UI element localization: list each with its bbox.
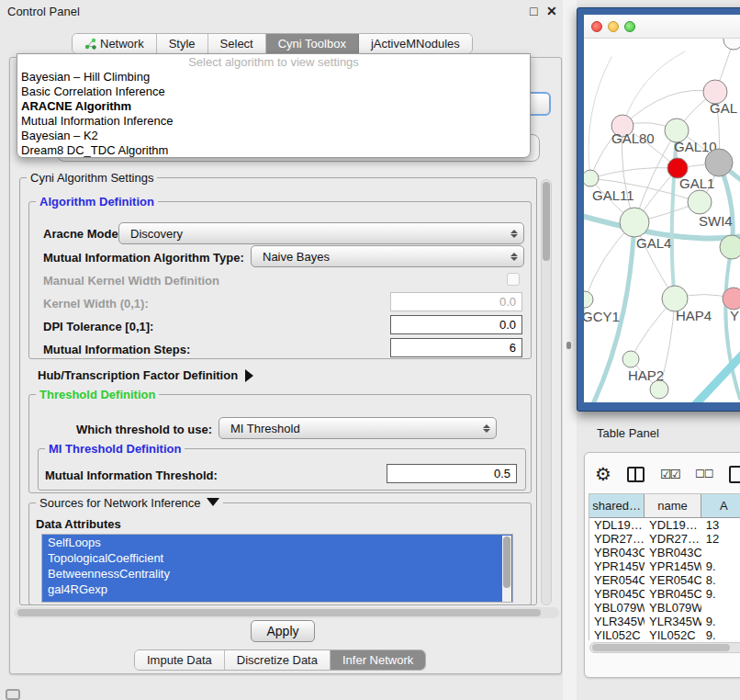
tab-label: Infer Network xyxy=(342,650,413,670)
network-node[interactable] xyxy=(650,380,668,399)
table-row[interactable]: YBL079WYBL079W xyxy=(589,601,740,615)
algorithm-option-basic-correlation-inference[interactable]: Basic Correlation Inference xyxy=(17,85,530,99)
divider-handle[interactable] xyxy=(566,342,571,349)
table-cell: YBL079W xyxy=(645,601,701,615)
network-node[interactable] xyxy=(705,149,733,176)
algorithm-option-bayesian-hill-climbing[interactable]: Bayesian – Hill Climbing xyxy=(17,70,530,85)
apply-button[interactable]: Apply xyxy=(251,620,315,642)
column-header-a[interactable]: A xyxy=(701,494,740,517)
tab-cyni-toolbox[interactable]: Cyni Toolbox xyxy=(266,34,359,53)
tab-impute-data[interactable]: Impute Data xyxy=(135,650,225,670)
table-cell xyxy=(701,546,740,559)
algorithm-option-aracne-algorithm[interactable]: ARACNE Algorithm xyxy=(17,99,530,114)
table-row[interactable]: YIL052CYIL052C9. xyxy=(589,628,740,640)
attributes-scrollbar[interactable] xyxy=(502,536,511,603)
network-node-hap2[interactable] xyxy=(622,351,639,367)
table-row[interactable]: YDR27…YDR27…12 xyxy=(589,532,740,546)
data-attributes-list[interactable]: SelfLoopsTopologicalCoefficientBetweenne… xyxy=(41,534,513,603)
network-node[interactable] xyxy=(723,39,740,50)
control-panel-titlebar: Control Panel □ ✕ xyxy=(0,0,562,24)
table-cell: YDL19… xyxy=(589,518,645,532)
column-header-name[interactable]: name xyxy=(645,494,701,517)
close-window-icon[interactable]: ✕ xyxy=(546,4,557,18)
cyni-bottom-tabs: Impute DataDiscretize DataInfer Network xyxy=(134,649,426,671)
attribute-item-betweennesscentrality[interactable]: BetweennessCentrality xyxy=(42,566,512,581)
mi-algorithm-type-value: Naive Bayes xyxy=(263,250,505,264)
table-cell: YIL052C xyxy=(645,628,701,640)
column-header-shared-[interactable]: shared… xyxy=(589,494,645,517)
network-node-swi4[interactable] xyxy=(720,235,740,259)
table-cell: YBL079W xyxy=(589,601,645,615)
attribute-item-partial[interactable] xyxy=(42,597,512,603)
attribute-item-selfloops[interactable]: SelfLoops xyxy=(42,535,512,550)
table-header-row: shared…nameA xyxy=(589,494,740,518)
table-row[interactable]: YPR145WYPR145W9. xyxy=(589,559,740,573)
panel-divider[interactable] xyxy=(563,0,577,700)
collapse-down-icon xyxy=(207,498,219,506)
zoom-traffic-light-icon[interactable] xyxy=(624,21,635,32)
algorithm-option-bayesian-k2[interactable]: Bayesian – K2 xyxy=(17,129,530,143)
table-row[interactable]: YDL19…YDL19…13 xyxy=(589,518,740,532)
tab-select[interactable]: Select xyxy=(208,34,266,53)
table-horizontal-scrollbar[interactable] xyxy=(589,642,740,653)
network-node-gal4[interactable] xyxy=(620,208,649,237)
tab-network[interactable]: Network xyxy=(73,34,157,53)
deselect-all-columns-icon[interactable]: ☐☐ xyxy=(695,468,713,480)
settings-horizontal-scrollbar[interactable] xyxy=(14,607,559,618)
network-graph[interactable]: GALGAL80GAL10GAL1GAL11GAL4SWI4GCY1HAP4YH… xyxy=(584,39,740,402)
algorithm-option-mutual-information-inference[interactable]: Mutual Information Inference xyxy=(17,114,530,129)
table-row[interactable]: YLR345WYLR345W9. xyxy=(589,615,740,628)
algorithm-option-dream8-dc-tdc-algorithm[interactable]: Dream8 DC_TDC Algorithm xyxy=(17,143,530,158)
network-edge[interactable] xyxy=(622,51,685,126)
network-node-gal11[interactable] xyxy=(584,170,599,186)
sources-legend[interactable]: Sources for Network Inference xyxy=(36,496,223,510)
kernel-width-field[interactable] xyxy=(390,292,522,311)
manual-kernel-width-checkbox[interactable] xyxy=(507,273,520,286)
table-row[interactable]: YER054CYER054C8. xyxy=(589,573,740,587)
split-columns-icon[interactable] xyxy=(627,467,645,482)
attribute-item-topologicalcoefficient[interactable]: TopologicalCoefficient xyxy=(42,550,512,566)
network-edge[interactable] xyxy=(590,167,678,178)
table-cell xyxy=(701,601,740,615)
tab-label: Style xyxy=(169,34,196,53)
expand-right-icon xyxy=(245,369,253,382)
table-row[interactable]: YBR043CYBR043C xyxy=(589,546,740,559)
minimize-traffic-light-icon[interactable] xyxy=(608,21,619,32)
aracne-mode-combo[interactable]: Discovery xyxy=(118,222,524,244)
network-edge[interactable] xyxy=(589,57,611,178)
algorithm-definition-legend: Algorithm Definition xyxy=(36,195,158,209)
table-cell: 9. xyxy=(701,587,740,601)
tab-discretize-data[interactable]: Discretize Data xyxy=(225,650,331,670)
close-traffic-light-icon[interactable] xyxy=(591,21,602,32)
combo-stepper-icon xyxy=(510,230,518,238)
which-threshold-combo[interactable]: MI Threshold xyxy=(219,417,497,439)
float-window-icon[interactable]: □ xyxy=(530,4,537,18)
dpi-tolerance-field[interactable] xyxy=(390,315,522,334)
tab-infer-network[interactable]: Infer Network xyxy=(331,650,425,670)
tab-style[interactable]: Style xyxy=(157,34,208,53)
table-cell: 12 xyxy=(701,532,740,546)
collapsed-panel-icon[interactable] xyxy=(6,689,20,700)
data-attributes-label: Data Attributes xyxy=(36,517,121,531)
network-node-gcy1[interactable] xyxy=(584,291,593,308)
select-all-columns-icon[interactable]: ☑☑ xyxy=(660,467,679,481)
mi-algorithm-type-combo[interactable]: Naive Bayes xyxy=(251,245,524,267)
which-threshold-value: MI Threshold xyxy=(230,422,477,435)
table-panel-title: Table Panel xyxy=(597,426,659,440)
node-label: GAL xyxy=(710,100,737,116)
mi-threshold-field[interactable] xyxy=(387,464,517,483)
attribute-item-gal4rgexp[interactable]: gal4RGexp xyxy=(42,581,512,597)
table-settings-gear-icon[interactable]: ⚙ xyxy=(595,465,611,483)
hub-definition-toggle[interactable]: Hub/Transcription Factor Definition xyxy=(38,368,253,382)
network-view-window[interactable]: GALGAL80GAL10GAL1GAL11GAL4SWI4GCY1HAP4YH… xyxy=(577,7,740,412)
tab-jactivemnodules[interactable]: jActiveMNodules xyxy=(359,34,472,53)
network-node-y[interactable] xyxy=(723,288,740,310)
network-view-canvas[interactable]: GALGAL80GAL10GAL1GAL11GAL4SWI4GCY1HAP4YH… xyxy=(584,15,740,402)
table-row[interactable]: YBR045CYBR045C9. xyxy=(589,587,740,601)
export-table-icon[interactable] xyxy=(729,466,740,483)
node-label: GAL11 xyxy=(592,187,634,203)
network-window-titlebar[interactable] xyxy=(584,15,740,39)
mi-steps-field[interactable] xyxy=(390,338,522,357)
settings-vertical-scrollbar[interactable] xyxy=(541,179,552,605)
network-node-gal1[interactable] xyxy=(688,190,712,214)
